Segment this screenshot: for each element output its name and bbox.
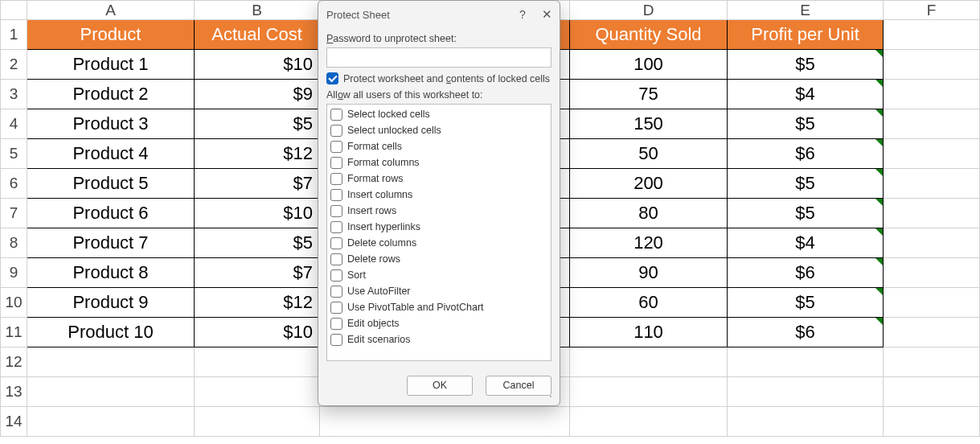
cell-A10[interactable]: Product 9 xyxy=(27,288,195,318)
cell-B13[interactable] xyxy=(195,377,320,407)
cell-A7[interactable]: Product 6 xyxy=(27,199,195,228)
permission-checkbox[interactable] xyxy=(330,334,342,346)
permission-checkbox[interactable] xyxy=(330,141,342,153)
cell-D14[interactable] xyxy=(570,407,728,437)
permission-checkbox[interactable] xyxy=(330,318,342,330)
permission-checkbox[interactable] xyxy=(330,286,342,298)
permission-checkbox[interactable] xyxy=(330,221,342,233)
permission-checkbox[interactable] xyxy=(330,125,342,137)
col-header-B[interactable]: B xyxy=(195,1,320,20)
cell-B14[interactable] xyxy=(195,407,320,437)
cell-A14[interactable] xyxy=(27,407,195,437)
cell-D8[interactable]: 120 xyxy=(570,228,728,258)
cell-D2[interactable]: 100 xyxy=(570,50,728,80)
cancel-button[interactable]: Cancel xyxy=(486,376,552,396)
header-cell-A[interactable]: Product xyxy=(27,20,195,50)
permission-item[interactable]: Delete rows xyxy=(330,251,547,267)
cell-F11[interactable] xyxy=(884,318,980,347)
cell-E9[interactable]: $6 xyxy=(728,258,884,288)
cell-B12[interactable] xyxy=(195,347,320,377)
cell-E5[interactable]: $6 xyxy=(728,139,884,169)
permission-checkbox[interactable] xyxy=(330,189,342,201)
permission-item[interactable]: Edit scenarios xyxy=(330,331,547,347)
cell-A13[interactable] xyxy=(27,377,195,407)
cell-A5[interactable]: Product 4 xyxy=(27,139,195,169)
cell-A12[interactable] xyxy=(27,347,195,377)
cell-E10[interactable]: $5 xyxy=(728,288,884,318)
cell-E13[interactable] xyxy=(728,377,884,407)
cell-F9[interactable] xyxy=(884,258,980,288)
cell-D7[interactable]: 80 xyxy=(570,199,728,228)
row-header-8[interactable]: 8 xyxy=(1,228,27,258)
cell-B6[interactable]: $7 xyxy=(195,169,320,199)
cell-B9[interactable]: $7 xyxy=(195,258,320,288)
permission-item[interactable]: Format columns xyxy=(330,154,547,171)
permission-item[interactable]: Select unlocked cells xyxy=(330,122,547,138)
select-all-corner[interactable] xyxy=(1,1,27,20)
permission-checkbox[interactable] xyxy=(330,269,342,282)
permission-checkbox[interactable] xyxy=(330,253,342,265)
cell-A3[interactable]: Product 2 xyxy=(27,80,195,109)
row-header-4[interactable]: 4 xyxy=(1,109,27,139)
cell-F5[interactable] xyxy=(884,139,980,169)
cell-D4[interactable]: 150 xyxy=(570,109,728,139)
permission-item[interactable]: Use PivotTable and PivotChart xyxy=(330,299,547,315)
row-header-7[interactable]: 7 xyxy=(1,199,27,228)
ok-button[interactable]: OK xyxy=(407,376,473,396)
cell-E14[interactable] xyxy=(728,407,884,437)
permission-checkbox[interactable] xyxy=(330,157,342,169)
cell-B4[interactable]: $5 xyxy=(195,109,320,139)
cell-B5[interactable]: $12 xyxy=(195,139,320,169)
help-icon[interactable]: ? xyxy=(513,8,532,21)
cell-F7[interactable] xyxy=(884,199,980,228)
cell-B7[interactable]: $10 xyxy=(195,199,320,228)
cell-C14[interactable] xyxy=(320,407,570,437)
cell-E8[interactable]: $4 xyxy=(728,228,884,258)
cell-B10[interactable]: $12 xyxy=(195,288,320,318)
col-header-E[interactable]: E xyxy=(728,1,884,20)
cell-A4[interactable]: Product 3 xyxy=(27,109,195,139)
col-header-F[interactable]: F xyxy=(884,1,980,20)
permission-item[interactable]: Sort xyxy=(330,267,547,283)
cell-F10[interactable] xyxy=(884,288,980,318)
cell-E2[interactable]: $5 xyxy=(728,50,884,80)
permission-checkbox[interactable] xyxy=(330,205,342,217)
cell-D5[interactable]: 50 xyxy=(570,139,728,169)
cell-D13[interactable] xyxy=(570,377,728,407)
row-header-2[interactable]: 2 xyxy=(1,50,27,80)
resize-grip-icon[interactable] xyxy=(550,396,558,404)
cell-E4[interactable]: $5 xyxy=(728,109,884,139)
cell-A11[interactable]: Product 10 xyxy=(27,318,195,347)
cell-A9[interactable]: Product 8 xyxy=(27,258,195,288)
permission-item[interactable]: Insert hyperlinks xyxy=(330,219,547,235)
permission-checkbox[interactable] xyxy=(330,173,342,185)
cell-A8[interactable]: Product 7 xyxy=(27,228,195,258)
col-header-A[interactable]: A xyxy=(27,1,195,20)
cell-D3[interactable]: 75 xyxy=(570,80,728,109)
cell-B3[interactable]: $9 xyxy=(195,80,320,109)
permission-checkbox[interactable] xyxy=(330,109,342,121)
cell-F13[interactable] xyxy=(884,377,980,407)
header-cell-D[interactable]: Quantity Sold xyxy=(570,20,728,50)
header-cell-B[interactable]: Actual Cost xyxy=(195,20,320,50)
cell-F6[interactable] xyxy=(884,169,980,199)
password-input[interactable] xyxy=(326,47,552,68)
col-header-D[interactable]: D xyxy=(570,1,728,20)
cell-F3[interactable] xyxy=(884,80,980,109)
protect-contents-checkbox[interactable] xyxy=(326,72,338,84)
permission-item[interactable]: Insert columns xyxy=(330,187,547,203)
row-header-5[interactable]: 5 xyxy=(1,139,27,169)
cell-D12[interactable] xyxy=(570,347,728,377)
cell-A6[interactable]: Product 5 xyxy=(27,169,195,199)
close-icon[interactable]: ✕ xyxy=(532,7,552,22)
row-header-3[interactable]: 3 xyxy=(1,80,27,109)
cell-F2[interactable] xyxy=(884,50,980,80)
cell-D6[interactable]: 200 xyxy=(570,169,728,199)
row-header-6[interactable]: 6 xyxy=(1,169,27,199)
permissions-listbox[interactable]: Select locked cellsSelect unlocked cells… xyxy=(326,104,552,361)
cell-B11[interactable]: $10 xyxy=(195,318,320,347)
cell-E12[interactable] xyxy=(728,347,884,377)
row-header-13[interactable]: 13 xyxy=(1,377,27,407)
permission-item[interactable]: Edit objects xyxy=(330,315,547,331)
header-cell-E[interactable]: Profit per Unit xyxy=(728,20,884,50)
